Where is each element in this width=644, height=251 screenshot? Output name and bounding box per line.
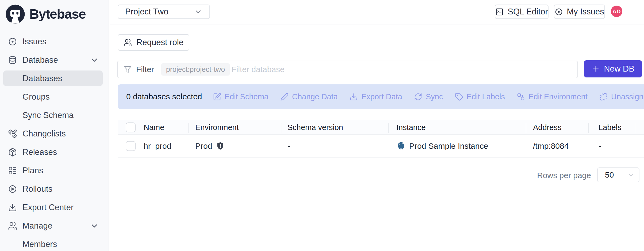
edit-environment-action[interactable]: Edit Environment: [517, 92, 588, 101]
sidebar-item-members[interactable]: Members: [0, 235, 109, 251]
column-divider: [188, 123, 189, 133]
terminal-icon: [495, 8, 504, 16]
play-circle-icon: [8, 185, 17, 194]
database-name-cell: hr_prod: [144, 142, 171, 151]
rows-per-page-label: Rows per page: [537, 171, 591, 180]
address-cell: /tmp:8084: [533, 142, 569, 151]
export-data-action[interactable]: Export Data: [350, 92, 402, 101]
sidebar-item-export-center[interactable]: Export Center: [0, 198, 109, 217]
unassign-action[interactable]: Unassign: [599, 92, 643, 101]
topbar-divider: [110, 25, 644, 25]
instance-cell: Prod Sample Instance: [396, 141, 488, 151]
chevron-down-icon: [90, 221, 99, 230]
project-selector[interactable]: Project Two: [118, 5, 210, 19]
user-avatar[interactable]: AD: [611, 6, 622, 17]
bytebase-logo-icon: [5, 4, 25, 24]
circle-dot-icon: [555, 8, 563, 16]
sidebar-item-rollouts[interactable]: Rollouts: [0, 180, 109, 198]
brand-name: Bytebase: [29, 6, 86, 22]
column-divider: [388, 123, 389, 133]
plus-icon: [592, 65, 600, 73]
sidebar-item-groups[interactable]: Groups: [0, 88, 109, 106]
filter-database-input[interactable]: [231, 62, 577, 77]
tag-icon: [455, 93, 463, 101]
table-header-row: Name Environment Schema version Instance…: [118, 120, 644, 135]
sync-action[interactable]: Sync: [414, 92, 443, 101]
sidebar-item-database[interactable]: Database: [0, 51, 109, 69]
sidebar: Bytebase Issues Database Databases Group…: [0, 0, 109, 251]
select-all-checkbox[interactable]: [126, 122, 136, 132]
sidebar-item-manage[interactable]: Manage: [0, 217, 109, 235]
sidebar-item-issues[interactable]: Issues: [0, 32, 109, 51]
column-header-schema-version[interactable]: Schema version: [288, 123, 343, 132]
column-header-name[interactable]: Name: [144, 123, 164, 132]
circle-dot-icon: [8, 37, 17, 46]
download-icon: [8, 203, 17, 212]
column-divider: [526, 123, 526, 133]
schema-version-cell: -: [288, 142, 290, 151]
sidebar-item-releases[interactable]: Releases: [0, 143, 109, 161]
column-divider: [588, 123, 589, 133]
environment-cell: Prod: [195, 142, 225, 151]
environment-icon: [517, 93, 525, 101]
table-row[interactable]: hr_prod Prod - Prod Sample Instance /tmp…: [118, 135, 644, 158]
selection-status: 0 databases selected: [126, 92, 202, 101]
sidebar-item-plans[interactable]: Plans: [0, 161, 109, 180]
postgresql-icon: [396, 141, 406, 151]
change-data-action[interactable]: Change Data: [280, 92, 338, 101]
filter-project-tag[interactable]: project:project-two: [161, 63, 230, 76]
layout-list-icon: [8, 166, 17, 175]
row-checkbox[interactable]: [126, 141, 136, 151]
chevron-down-icon: [627, 171, 635, 179]
column-header-address[interactable]: Address: [533, 123, 561, 132]
chevron-down-icon: [90, 56, 99, 65]
shield-alert-icon: [216, 142, 225, 150]
column-divider: [282, 123, 282, 133]
refresh-icon: [414, 93, 422, 101]
selection-toolbar: 0 databases selected Edit Schema Change …: [118, 84, 644, 109]
sidebar-nav: Issues Database Databases Groups Sync Sc…: [0, 32, 109, 251]
database-icon: [8, 56, 17, 65]
edit-schema-action[interactable]: Edit Schema: [213, 92, 269, 101]
users-icon: [8, 221, 17, 230]
edit-labels-action[interactable]: Edit Labels: [455, 92, 505, 101]
bytebase-logo[interactable]: Bytebase: [5, 4, 86, 24]
sidebar-item-changelists[interactable]: Changelists: [0, 124, 109, 143]
database-filter-bar[interactable]: Filter project:project-two: [117, 61, 578, 78]
download-icon: [350, 93, 358, 101]
request-role-button[interactable]: Request role: [118, 34, 189, 51]
selection-actions: Edit Schema Change Data Export Data Sync…: [213, 92, 643, 101]
pencil-icon: [280, 93, 289, 101]
new-db-button[interactable]: New DB: [584, 60, 642, 77]
sql-editor-button[interactable]: SQL Editor: [495, 5, 549, 19]
column-header-labels[interactable]: Labels: [599, 123, 621, 132]
pencil-ruler-icon: [8, 129, 17, 138]
column-header-environment[interactable]: Environment: [195, 123, 239, 132]
square-pencil-icon: [213, 93, 221, 101]
unlink-icon: [599, 93, 608, 101]
users-icon: [124, 38, 132, 47]
rows-per-page-select[interactable]: 50: [597, 167, 639, 182]
sidebar-item-sync-schema[interactable]: Sync Schema: [0, 106, 109, 124]
funnel-icon: [124, 65, 132, 73]
sidebar-item-databases[interactable]: Databases: [0, 69, 109, 88]
column-divider: [635, 123, 635, 133]
chevron-down-icon: [194, 8, 202, 16]
package-icon: [8, 148, 17, 157]
labels-cell: -: [599, 142, 601, 151]
column-header-instance[interactable]: Instance: [396, 123, 426, 132]
filter-label: Filter: [136, 65, 154, 74]
databases-table: Name Environment Schema version Instance…: [118, 120, 644, 158]
my-issues-button[interactable]: My Issues: [554, 5, 605, 19]
